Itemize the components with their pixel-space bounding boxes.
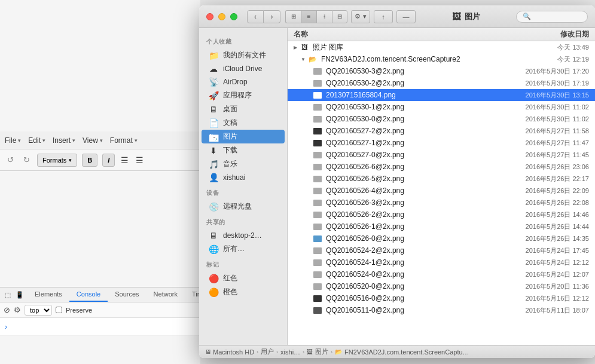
finder-window: ‹ › ⊞ ≡ ⫲ ⊟ ⚙ ▾ ↑ — 🖼 图片 🔍 个人收藏 — [199, 5, 595, 358]
action-button[interactable]: ⚙ ▾ — [351, 10, 370, 23]
tag-button[interactable]: — — [396, 10, 416, 23]
list-view-button[interactable]: ≡ — [301, 10, 316, 23]
sidebar-item-all[interactable]: 🌐 所有… — [202, 242, 285, 256]
apps-icon: 🚀 — [209, 91, 218, 100]
menu-view[interactable]: View ▾ — [83, 136, 103, 145]
maximize-button[interactable] — [230, 13, 237, 20]
png-icon-4 — [313, 126, 322, 136]
status-tencent: FN2V63AD2J.com.tencent.ScreenCaptu… — [344, 348, 469, 356]
file-row-16[interactable]: QQ20160524-0@2x.png 2016年5月24日 12:07 — [288, 268, 595, 280]
file-row-18[interactable]: QQ20160516-0@2x.png 2016年5月16日 12:12 — [288, 292, 595, 304]
file-row-8[interactable]: QQ20160526-5@2x.png 2016年5月26日 22:17 — [288, 173, 595, 185]
png-icon-1 — [313, 78, 322, 88]
file-row-11[interactable]: QQ20160526-2@2x.png 2016年5月26日 14:46 — [288, 209, 595, 221]
devtools-device-icon[interactable]: 📱 — [16, 290, 24, 299]
menu-format[interactable]: Format ▾ — [110, 136, 138, 145]
png-icon-19 — [313, 305, 322, 315]
sidebar-item-airdrop[interactable]: 📡 AirDrop — [202, 75, 285, 88]
documents-icon: 📄 — [209, 118, 218, 128]
file-row-0[interactable]: QQ20160530-3@2x.png 2016年5月30日 17:20 — [288, 65, 595, 77]
sidebar-item-pictures[interactable]: 📷 图片 — [202, 130, 285, 143]
filter-options-icon[interactable]: ⚙ — [14, 305, 21, 314]
sidebar-item-apps[interactable]: 🚀 应用程序 — [202, 88, 285, 102]
sidebar-item-desktop2[interactable]: 🖥 desktop-2… — [202, 229, 285, 242]
tags-section-title: 标记 — [199, 256, 287, 271]
file-row-tencent-folder[interactable]: ▼ 📂 FN2V63AD2J.com.tencent.ScreenCapture… — [288, 53, 595, 65]
preserve-checkbox[interactable] — [56, 307, 62, 313]
cover-flow-button[interactable]: ⊟ — [332, 10, 347, 23]
context-selector[interactable]: top — [25, 305, 52, 316]
file-row-10[interactable]: QQ20160526-3@2x.png 2016年5月26日 22:08 — [288, 197, 595, 209]
editor-toolbar: ↺ ↻ Formats ▾ B I ☰ ☰ — [0, 149, 200, 171]
file-row-6[interactable]: QQ20160527-0@2x.png 2016年5月27日 11:45 — [288, 149, 595, 161]
file-row-13[interactable]: QQ20160526-0@2x.png 2016年5月26日 14:35 — [288, 233, 595, 244]
file-row-17[interactable]: QQ20160520-0@2x.png 2016年5月20日 11:36 — [288, 280, 595, 292]
desktop2-icon: 🖥 — [209, 231, 218, 240]
shared-section-title: 共享的 — [199, 213, 287, 229]
user-icon: 👤 — [209, 173, 218, 182]
devices-section-title: 设备 — [199, 184, 287, 200]
sidebar-item-music[interactable]: 🎵 音乐 — [202, 157, 285, 171]
col-name-header: 名称 — [294, 29, 511, 39]
redo-button[interactable]: ↻ — [21, 154, 32, 166]
file-row-selected[interactable]: 20130715165804.png 2016年5月30日 13:15 — [288, 89, 595, 101]
sidebar-item-desktop[interactable]: 🖥 桌面 — [202, 102, 285, 116]
sidebar-item-all-files[interactable]: 📁 我的所有文件 — [202, 48, 285, 62]
forward-button[interactable]: › — [264, 10, 280, 23]
nav-buttons: ‹ › — [247, 10, 280, 23]
tab-network[interactable]: Network — [147, 287, 185, 302]
sidebar-item-downloads[interactable]: ⬇ 下载 — [202, 143, 285, 157]
png-icon-18 — [313, 293, 322, 303]
png-icon-17 — [313, 282, 322, 291]
sidebar-item-icloud[interactable]: ☁ iCloud Drive — [202, 62, 285, 75]
file-row-2[interactable]: QQ20160530-1@2x.png 2016年5月30日 11:02 — [288, 101, 595, 113]
file-row-9[interactable]: QQ20160526-4@2x.png 2016年5月26日 22:09 — [288, 185, 595, 197]
back-button[interactable]: ‹ — [247, 10, 264, 23]
align-right-button[interactable]: ☰ — [135, 154, 145, 166]
sidebar-item-documents[interactable]: 📄 文稿 — [202, 116, 285, 130]
file-row-1[interactable]: QQ20160530-2@2x.png 2016年5月30日 17:19 — [288, 77, 595, 89]
file-row-5[interactable]: QQ20160527-1@2x.png 2016年5月27日 11:47 — [288, 137, 595, 149]
tag-red-icon: 🔴 — [209, 274, 218, 283]
file-row-4[interactable]: QQ20160527-2@2x.png 2016年5月27日 11:58 — [288, 125, 595, 137]
filter-clear-icon[interactable]: ⊘ — [4, 305, 10, 314]
file-row-3[interactable]: QQ20160530-0@2x.png 2016年5月30日 11:02 — [288, 113, 595, 125]
col-date-header: 修改日期 — [511, 29, 589, 39]
close-button[interactable] — [206, 13, 213, 20]
sidebar-item-remote-disc[interactable]: 💿 远程光盘 — [202, 200, 285, 213]
png-icon-3 — [313, 114, 322, 124]
devtools-icons: ⬚ 📱 — [0, 290, 28, 299]
menu-file[interactable]: File ▾ — [5, 136, 21, 145]
tab-sources[interactable]: Sources — [108, 287, 146, 302]
devtools-cursor-icon[interactable]: ⬚ — [4, 290, 12, 299]
tab-elements[interactable]: Elements — [28, 287, 69, 302]
sidebar-item-tag-orange[interactable]: 🟠 橙色 — [202, 285, 285, 299]
finder-search[interactable]: 🔍 — [516, 11, 588, 23]
finder-titlebar: ‹ › ⊞ ≡ ⫲ ⊟ ⚙ ▾ ↑ — 🖼 图片 🔍 — [199, 5, 595, 28]
align-left-button[interactable]: ☰ — [120, 154, 130, 166]
finder-statusbar: 🖥 Macintosh HD › 用户 › xishi… › 🖼 图片 › 📂 … — [199, 345, 595, 358]
sidebar-item-tag-red[interactable]: 🔴 红色 — [202, 271, 285, 285]
bold-button[interactable]: B — [82, 154, 97, 167]
menu-insert[interactable]: Insert ▾ — [53, 136, 75, 145]
file-row-12[interactable]: QQ20160526-1@2x.png 2016年5月26日 14:44 — [288, 221, 595, 233]
share-button[interactable]: ↑ — [374, 10, 393, 23]
file-row-15[interactable]: QQ20160524-1@2x.png 2016年5月24日 12:12 — [288, 256, 595, 268]
file-row-photos-library[interactable]: ▶ 🖼 照片 图库 今天 13:49 — [288, 41, 595, 53]
png-icon-16 — [313, 270, 322, 279]
file-row-7[interactable]: QQ20160526-6@2x.png 2016年5月26日 23:06 — [288, 161, 595, 173]
formats-dropdown[interactable]: Formats ▾ — [37, 154, 77, 167]
sidebar-item-user[interactable]: 👤 xishuai — [202, 171, 285, 184]
icon-view-button[interactable]: ⊞ — [285, 10, 301, 23]
column-view-button[interactable]: ⫲ — [316, 10, 332, 23]
view-buttons: ⊞ ≡ ⫲ ⊟ ⚙ ▾ ↑ — — [285, 10, 416, 23]
tab-console[interactable]: Console — [69, 287, 108, 302]
undo-button[interactable]: ↺ — [5, 154, 16, 166]
console-prompt: › — [5, 323, 7, 331]
menu-edit[interactable]: Edit ▾ — [28, 136, 45, 145]
photos-library-icon: 🖼 — [300, 42, 309, 52]
file-row-19[interactable]: QQ20160511-0@2x.png 2016年5月11日 18:07 — [288, 304, 595, 316]
minimize-button[interactable] — [218, 13, 225, 20]
italic-button[interactable]: I — [102, 154, 115, 167]
file-row-14[interactable]: QQ20160524-2@2x.png 2016年5月24日 17:45 — [288, 244, 595, 256]
